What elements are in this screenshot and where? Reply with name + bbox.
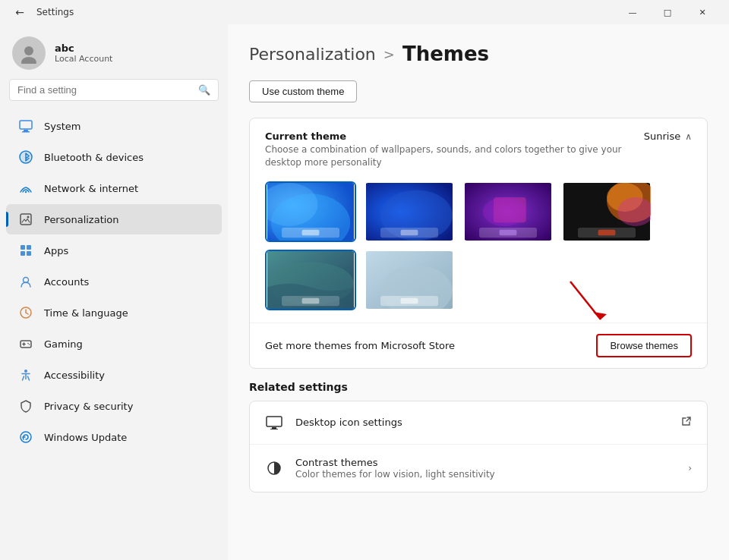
- sidebar-item-label: Bluetooth & devices: [44, 152, 144, 163]
- breadcrumb-parent[interactable]: Personalization: [249, 45, 376, 64]
- svg-rect-4: [22, 131, 30, 133]
- svg-point-20: [29, 344, 30, 345]
- search-icon: 🔍: [198, 84, 210, 96]
- related-settings-card: Desktop icon settings: [249, 401, 708, 492]
- current-theme-description: Choose a combination of wallpapers, soun…: [265, 143, 630, 169]
- update-icon: [18, 429, 33, 445]
- search-box[interactable]: 🔍: [9, 79, 219, 101]
- sidebar-item-label: Accessibility: [44, 370, 105, 381]
- window-controls: — □ ✕: [615, 0, 720, 24]
- sidebar-item-network[interactable]: Network & internet: [6, 173, 222, 203]
- user-profile[interactable]: abc Local Account: [0, 24, 228, 79]
- theme-thumbnail-4[interactable]: [561, 181, 652, 242]
- contrast-themes-subtitle: Color themes for low vision, light sensi…: [295, 469, 676, 480]
- related-settings: Related settings Desktop icon settings: [249, 381, 708, 492]
- sidebar-item-accounts[interactable]: Accounts: [6, 266, 222, 297]
- get-themes-row: Get more themes from Microsoft Store Bro…: [250, 322, 707, 368]
- theme-thumbnail-5[interactable]: [265, 250, 356, 310]
- accounts-icon: [18, 274, 33, 289]
- svg-rect-55: [270, 429, 278, 429]
- theme-thumbnail-2[interactable]: [364, 181, 455, 242]
- sidebar-item-personalization[interactable]: Personalization: [6, 204, 222, 234]
- breadcrumb: Personalization > Themes: [249, 42, 708, 65]
- bluetooth-icon: [18, 149, 33, 165]
- close-button[interactable]: ✕: [685, 0, 720, 24]
- svg-rect-12: [21, 251, 25, 256]
- search-input[interactable]: [17, 84, 192, 96]
- maximize-button[interactable]: □: [650, 0, 685, 24]
- desktop-icon-settings-title: Desktop icon settings: [295, 417, 669, 428]
- svg-point-34: [483, 197, 526, 226]
- svg-rect-8: [21, 214, 31, 225]
- user-info: abc Local Account: [55, 42, 112, 64]
- breadcrumb-separator: >: [383, 46, 395, 62]
- gaming-icon: [18, 336, 33, 351]
- contrast-themes-row[interactable]: Contrast themes Color themes for low vis…: [250, 444, 707, 492]
- apps-icon: [18, 243, 33, 258]
- themes-grid: [250, 178, 707, 322]
- sidebar-item-bluetooth[interactable]: Bluetooth & devices: [6, 142, 222, 172]
- app-title: Settings: [36, 7, 74, 17]
- svg-rect-10: [21, 245, 25, 250]
- svg-point-22: [21, 432, 31, 442]
- svg-rect-31: [401, 229, 418, 235]
- sidebar: abc Local Account 🔍 System: [0, 24, 228, 560]
- back-button[interactable]: ←: [9, 2, 30, 23]
- use-custom-theme-button[interactable]: Use custom theme: [249, 80, 357, 102]
- contrast-icon: [265, 459, 283, 477]
- chevron-right-icon: ›: [688, 463, 692, 473]
- svg-rect-27: [302, 229, 320, 235]
- current-theme-label: Current theme: [265, 131, 630, 142]
- sidebar-item-label: Accounts: [44, 276, 89, 288]
- sidebar-item-gaming[interactable]: Gaming: [6, 329, 222, 359]
- svg-rect-3: [24, 130, 28, 131]
- svg-rect-11: [27, 245, 31, 250]
- monitor-icon: [265, 414, 283, 432]
- contrast-themes-title: Contrast themes: [295, 457, 676, 468]
- svg-rect-2: [20, 121, 32, 129]
- sidebar-item-accessibility[interactable]: Accessibility: [6, 360, 222, 390]
- main-content: Personalization > Themes Use custom them…: [228, 24, 729, 560]
- personalization-icon: [18, 212, 33, 227]
- sidebar-item-label: Windows Update: [44, 432, 127, 443]
- privacy-icon: [18, 398, 33, 414]
- sidebar-item-time[interactable]: Time & language: [6, 297, 222, 328]
- desktop-icon-settings-row[interactable]: Desktop icon settings: [250, 401, 707, 444]
- theme-thumbnail-6[interactable]: [364, 250, 455, 310]
- svg-rect-54: [272, 427, 276, 429]
- minimize-button[interactable]: —: [615, 0, 650, 24]
- svg-point-1: [21, 57, 36, 64]
- sidebar-item-apps[interactable]: Apps: [6, 235, 222, 266]
- sidebar-item-update[interactable]: Windows Update: [6, 422, 222, 452]
- svg-rect-53: [267, 417, 282, 426]
- sidebar-item-label: Gaming: [44, 338, 83, 350]
- nav-menu: System Bluetooth & devices: [0, 110, 228, 453]
- theme-thumbnail-1[interactable]: [265, 181, 356, 242]
- breadcrumb-current: Themes: [402, 42, 489, 65]
- sidebar-item-system[interactable]: System: [6, 111, 222, 141]
- browse-themes-button[interactable]: Browse themes: [596, 334, 692, 357]
- svg-rect-46: [302, 297, 320, 304]
- sidebar-item-label: Time & language: [44, 307, 128, 319]
- user-account-type: Local Account: [55, 54, 112, 64]
- sidebar-item-label: Apps: [44, 245, 68, 256]
- svg-point-21: [24, 370, 27, 373]
- svg-point-19: [27, 343, 29, 344]
- active-theme-name[interactable]: Sunrise ∧: [644, 131, 692, 142]
- sidebar-item-label: Privacy & security: [44, 401, 133, 412]
- avatar: [12, 36, 46, 70]
- network-icon: [18, 181, 33, 196]
- sidebar-item-label: Network & internet: [44, 183, 138, 194]
- accessibility-icon: [18, 367, 33, 382]
- system-icon: [18, 118, 33, 134]
- sidebar-item-label: System: [44, 121, 80, 132]
- get-more-themes-text: Get more themes from Microsoft Store: [265, 340, 455, 351]
- svg-point-7: [25, 191, 27, 193]
- time-icon: [18, 305, 33, 320]
- svg-rect-50: [401, 297, 418, 304]
- related-settings-label: Related settings: [249, 381, 708, 393]
- theme-thumbnail-3[interactable]: [462, 181, 554, 242]
- svg-rect-36: [500, 229, 517, 235]
- current-theme-card: Current theme Choose a combination of wa…: [249, 118, 708, 369]
- sidebar-item-privacy[interactable]: Privacy & security: [6, 391, 222, 421]
